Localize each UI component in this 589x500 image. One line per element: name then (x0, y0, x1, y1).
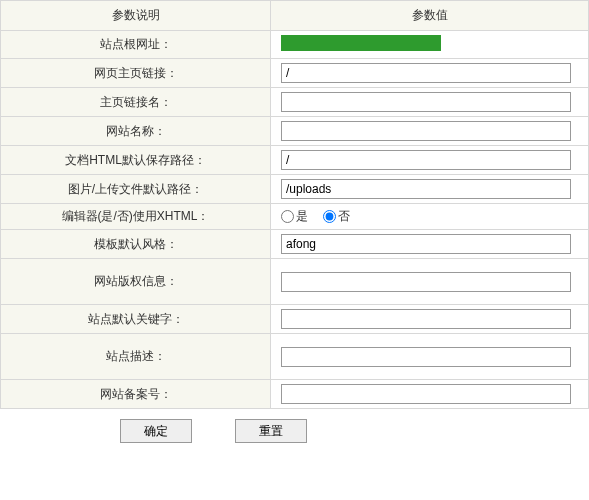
reset-button[interactable]: 重置 (235, 419, 307, 443)
masked-value (281, 35, 441, 51)
label-home-link-name: 主页链接名： (1, 88, 271, 117)
label-template-style: 模板默认风格： (1, 230, 271, 259)
input-site-name[interactable] (281, 121, 571, 141)
header-param-value: 参数值 (271, 1, 589, 31)
radio-group-xhtml: 是 否 (281, 209, 362, 223)
label-copyright: 网站版权信息： (1, 259, 271, 305)
submit-button[interactable]: 确定 (120, 419, 192, 443)
radio-yes[interactable] (281, 210, 294, 223)
input-html-path[interactable] (281, 150, 571, 170)
radio-yes-label: 是 (296, 209, 308, 223)
input-copyright[interactable] (281, 272, 571, 292)
label-beian: 网站备案号： (1, 380, 271, 409)
label-home-link: 网页主页链接： (1, 59, 271, 88)
header-param-desc: 参数说明 (1, 1, 271, 31)
row-html-path: 文档HTML默认保存路径： (1, 146, 589, 175)
label-site-name: 网站名称： (1, 117, 271, 146)
label-html-path: 文档HTML默认保存路径： (1, 146, 271, 175)
row-beian: 网站备案号： (1, 380, 589, 409)
row-editor-xhtml: 编辑器(是/否)使用XHTML： 是 否 (1, 204, 589, 230)
row-site-name: 网站名称： (1, 117, 589, 146)
input-home-link[interactable] (281, 63, 571, 83)
row-copyright: 网站版权信息： (1, 259, 589, 305)
config-table: 参数说明 参数值 站点根网址： 网页主页链接： 主页链接名： 网站名称： (0, 0, 589, 409)
input-beian[interactable] (281, 384, 571, 404)
row-home-link: 网页主页链接： (1, 59, 589, 88)
input-keywords[interactable] (281, 309, 571, 329)
label-description: 站点描述： (1, 334, 271, 380)
label-editor-xhtml: 编辑器(是/否)使用XHTML： (1, 204, 271, 230)
label-upload-path: 图片/上传文件默认路径： (1, 175, 271, 204)
row-keywords: 站点默认关键字： (1, 305, 589, 334)
row-upload-path: 图片/上传文件默认路径： (1, 175, 589, 204)
label-keywords: 站点默认关键字： (1, 305, 271, 334)
input-description[interactable] (281, 347, 571, 367)
row-home-link-name: 主页链接名： (1, 88, 589, 117)
input-home-link-name[interactable] (281, 92, 571, 112)
row-root-url: 站点根网址： (1, 31, 589, 59)
row-description: 站点描述： (1, 334, 589, 380)
radio-no[interactable] (323, 210, 336, 223)
button-row: 确定 重置 (0, 409, 589, 453)
value-root-url (271, 31, 589, 59)
radio-no-label: 否 (338, 209, 350, 223)
label-root-url: 站点根网址： (1, 31, 271, 59)
input-template-style[interactable] (281, 234, 571, 254)
row-template-style: 模板默认风格： (1, 230, 589, 259)
input-upload-path[interactable] (281, 179, 571, 199)
